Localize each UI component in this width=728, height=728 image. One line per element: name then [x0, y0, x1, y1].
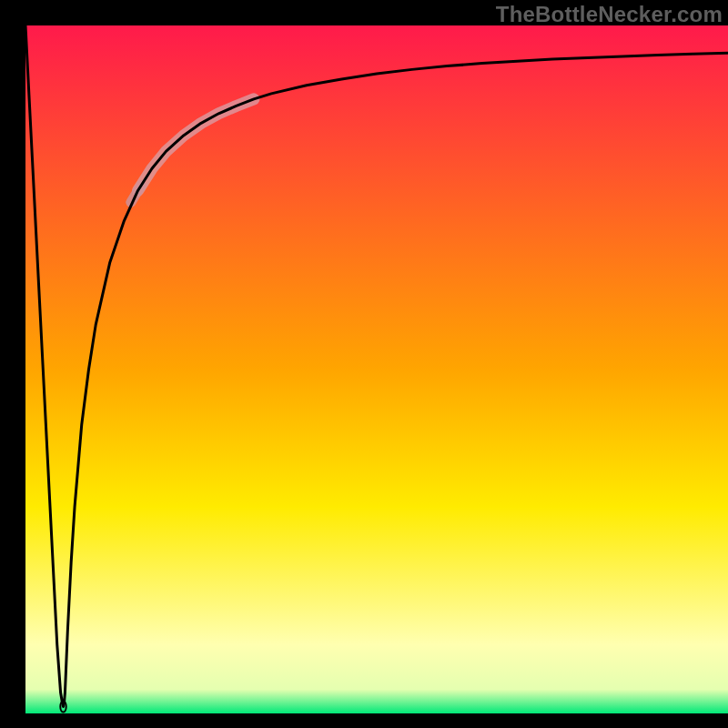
site-watermark: TheBottleNecker.com — [496, 2, 723, 27]
bottleneck-chart — [0, 0, 728, 728]
chart-container: TheBottleNecker.com — [0, 0, 728, 728]
chart-gradient-bg — [25, 25, 728, 713]
